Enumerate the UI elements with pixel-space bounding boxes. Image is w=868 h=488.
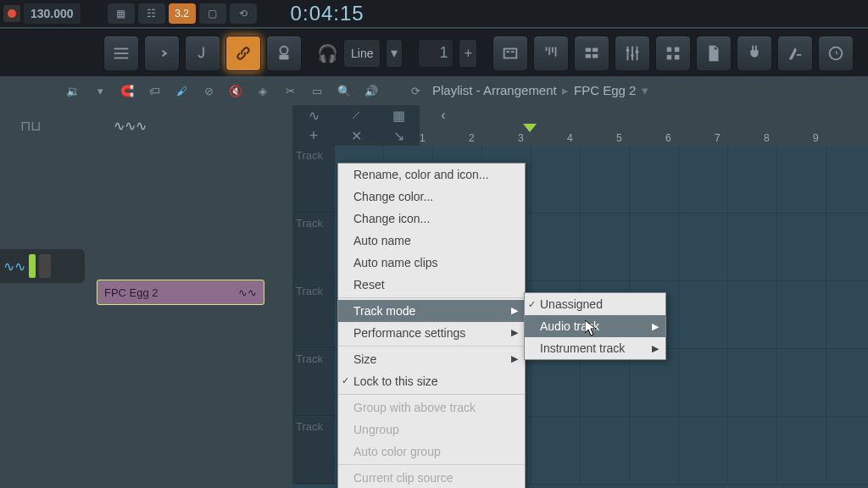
record-button[interactable]: [3, 5, 20, 22]
clip-label: FPC Egg 2: [104, 286, 159, 299]
svg-rect-9: [549, 47, 551, 54]
pattern-indicator[interactable]: 3.2: [169, 3, 196, 24]
view-btn-4[interactable]: [655, 36, 691, 71]
mini-player[interactable]: ∿∿: [0, 249, 85, 283]
mixer-button[interactable]: [615, 36, 650, 71]
magnet-icon[interactable]: 🧲: [117, 80, 137, 101]
menu-change-color[interactable]: Change color...: [338, 186, 525, 208]
snap-selector[interactable]: Line: [343, 39, 381, 68]
menu-auto-name-clips[interactable]: Auto name clips: [338, 252, 525, 274]
playlist-toolbar: ∿ ⟋ ▦ + ✕ ↘ ‹ 1 2 3 4 5 6 7 8: [292, 105, 868, 146]
menu-change-icon[interactable]: Change icon...: [338, 208, 525, 230]
link-button[interactable]: [225, 36, 261, 71]
submenu-arrow-icon: ▶: [511, 305, 518, 316]
menu-button[interactable]: [103, 36, 139, 71]
track-header[interactable]: Track: [292, 146, 335, 213]
check-icon: ✓: [342, 375, 349, 386]
plug-button[interactable]: [737, 36, 772, 71]
snap-dropdown[interactable]: ▾: [386, 39, 403, 68]
menu-separator: [338, 394, 525, 395]
slice-button[interactable]: [266, 36, 302, 71]
pl-auto-icon[interactable]: ⟋: [335, 105, 377, 125]
step-icon[interactable]: ☷: [138, 3, 165, 24]
zoom-icon[interactable]: 🔍: [334, 80, 354, 101]
track-header[interactable]: Track: [292, 281, 335, 348]
tick-7: 7: [715, 132, 764, 144]
slice-icon[interactable]: ✂: [280, 80, 300, 101]
svg-rect-12: [586, 47, 591, 52]
add-pattern-button[interactable]: +: [459, 39, 477, 68]
track-header[interactable]: Track: [292, 417, 335, 484]
menu-performance[interactable]: Performance settings▶: [338, 322, 525, 344]
block-icon[interactable]: ⊘: [198, 80, 219, 101]
time-display[interactable]: 0:04:15: [281, 2, 375, 25]
tag-icon[interactable]: 🏷: [144, 80, 164, 101]
svg-rect-22: [667, 47, 672, 52]
pl-grid-icon[interactable]: ▦: [377, 105, 420, 125]
misc-icon-1[interactable]: ▢: [199, 3, 226, 24]
select-icon[interactable]: ▭: [307, 80, 327, 101]
add-track-button[interactable]: +: [292, 125, 335, 146]
ruler-back-button[interactable]: ‹: [433, 105, 453, 125]
submenu-instrument-track[interactable]: Instrument track▶: [525, 337, 665, 359]
dropdown-icon[interactable]: ▾: [90, 80, 110, 101]
svg-rect-17: [632, 46, 634, 60]
tick-8: 8: [764, 132, 813, 144]
waveform-icon: ∿∿∿: [114, 118, 147, 134]
mute-icon[interactable]: 🔇: [225, 80, 246, 101]
menu-rename[interactable]: Rename, color and icon...: [338, 164, 525, 186]
wave-icon[interactable]: ◈: [253, 80, 273, 101]
menu-reset[interactable]: Reset: [338, 274, 525, 296]
view-btn-3[interactable]: [574, 36, 609, 71]
picker-header: ⊓⊔ ∿∿∿: [0, 105, 292, 146]
submenu-unassigned[interactable]: ✓Unassigned: [525, 293, 665, 315]
speaker-icon[interactable]: 🔊: [361, 80, 381, 101]
svg-rect-7: [511, 51, 515, 53]
view-btn-2[interactable]: [533, 36, 569, 71]
menu-group-above[interactable]: Group with above track: [338, 396, 525, 419]
brush-icon[interactable]: 🖌: [171, 80, 192, 101]
pattern-number[interactable]: 1: [418, 39, 453, 68]
clip-wave-icon: ∿∿: [238, 286, 257, 299]
playlist-tools: ∿ ⟋ ▦ + ✕ ↘: [292, 105, 420, 146]
pl-fade-icon[interactable]: ↘: [377, 125, 420, 146]
menu-ungroup[interactable]: Ungroup: [338, 419, 525, 441]
reload-icon[interactable]: ⟲: [230, 3, 257, 24]
play-from-icon[interactable]: ⟳: [405, 80, 426, 101]
playhead-marker[interactable]: [523, 124, 537, 132]
svg-rect-1: [114, 53, 129, 54]
forward-button[interactable]: [144, 36, 180, 71]
file-button[interactable]: [696, 36, 732, 71]
vol-icon[interactable]: 🔉: [63, 80, 83, 101]
menu-current-clip[interactable]: Current clip source: [338, 467, 525, 488]
svg-rect-2: [114, 57, 129, 58]
menu-size[interactable]: Size▶: [338, 348, 525, 370]
headphone-icon[interactable]: 🎧: [317, 43, 338, 64]
menu-track-mode[interactable]: Track mode▶: [338, 300, 525, 322]
menu-lock-size[interactable]: ✓Lock to this size: [338, 370, 525, 392]
j-button[interactable]: [185, 36, 220, 71]
timeline-ruler[interactable]: ‹ 1 2 3 4 5 6 7 8 9: [420, 105, 868, 146]
svg-rect-0: [114, 47, 129, 49]
tool-5[interactable]: [777, 36, 813, 71]
menu-separator: [338, 346, 525, 347]
svg-rect-4: [280, 54, 289, 59]
submenu-arrow-icon: ▶: [652, 343, 659, 354]
clip-item[interactable]: FPC Egg 2 ∿∿: [97, 280, 264, 305]
pl-wave-icon[interactable]: ∿: [292, 105, 335, 125]
pattern-icon[interactable]: ▦: [108, 3, 135, 24]
close-pick-button[interactable]: ✕: [335, 125, 377, 146]
menu-auto-name[interactable]: Auto name: [338, 230, 525, 252]
track-header[interactable]: Track: [292, 349, 335, 416]
mini-control[interactable]: [39, 254, 51, 278]
track-header[interactable]: Track: [292, 214, 335, 280]
top-bar: 130.000 ▦ ☷ 3.2 ▢ ⟲ 0:04:15: [0, 0, 868, 27]
menu-auto-color-group[interactable]: Auto color group: [338, 441, 525, 463]
submenu-arrow-icon: ▶: [511, 353, 518, 364]
submenu-arrow-icon: ▶: [652, 321, 659, 332]
view-btn-1[interactable]: [492, 36, 528, 71]
tempo-display[interactable]: 130.000: [24, 3, 81, 24]
tool-6[interactable]: [818, 36, 854, 71]
svg-rect-24: [667, 54, 672, 59]
tick-2: 2: [469, 132, 518, 144]
